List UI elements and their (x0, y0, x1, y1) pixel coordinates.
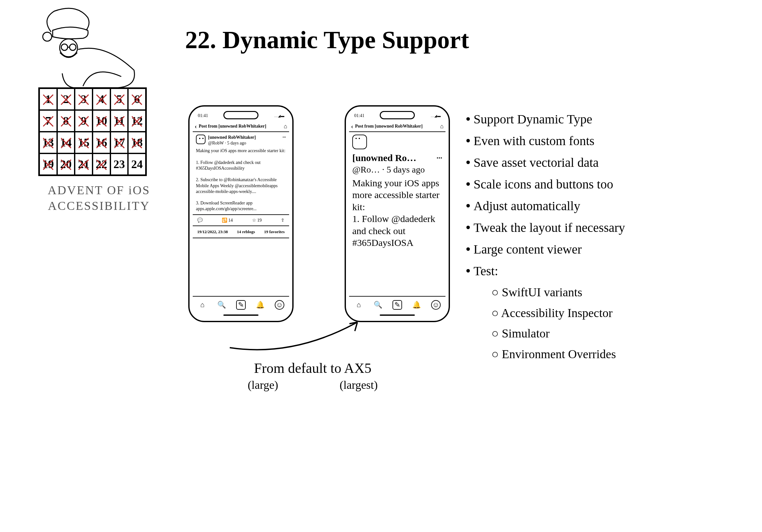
nav-bar: ‹ Post from [unowned RobWhitaker] ⌂ (193, 121, 289, 132)
favorite-action[interactable]: ☆ 19 (252, 218, 262, 223)
post-card: [unowned RobWhitaker] @RobW · 5 days ago… (193, 132, 289, 214)
advent-caption: ADVENT OF iOS ACCESSIBILITY (38, 182, 160, 214)
search-tab-icon[interactable]: 🔍 (217, 300, 227, 310)
tab-bar: ⌂ 🔍 ✎ 🔔 ☺ (193, 296, 289, 313)
phones-comparison: 01:41 … ◢ ▬ ‹ Post from [unowned RobWhit… (188, 105, 450, 322)
reply-icon[interactable]: 💬 (197, 218, 203, 223)
bullet-subitem: SwiftUI variants (492, 282, 625, 303)
phone-default-size: 01:41 … ◢ ▬ ‹ Post from [unowned RobWhit… (188, 105, 294, 322)
post-actions-row: 💬 🔁 14 ☆ 19 ⇪ (193, 214, 289, 226)
calendar-day-15: 15 (75, 132, 93, 154)
advent-calendar: 123456789101112131415161718192021222324 (38, 87, 147, 176)
bullet-item: Large content viewer (466, 238, 625, 260)
calendar-day-3: 3 (75, 88, 93, 110)
post-user-name: [unowned RobWhitaker] (208, 135, 280, 140)
calendar-day-9: 9 (75, 110, 93, 132)
more-icon[interactable]: ··· (283, 135, 286, 140)
calendar-day-13: 13 (39, 132, 57, 154)
profile-tab-icon[interactable]: ☺ (275, 300, 284, 310)
search-tab-icon[interactable]: 🔍 (373, 300, 383, 310)
compose-tab-icon[interactable]: ✎ (236, 300, 246, 310)
arrow-sub-row: (large) (largest) (217, 378, 409, 392)
phone-ax5-size: 01:41 … ◢ ▬ ‹ Post from [unowned RobWhit… (344, 105, 450, 322)
calendar-day-1: 1 (39, 88, 57, 110)
home-tab-icon[interactable]: ⌂ (354, 300, 363, 310)
back-icon[interactable]: ‹ (351, 123, 353, 130)
post-body: Making your iOS apps more accessible sta… (196, 148, 286, 212)
arrow-sub-right: (largest) (340, 378, 377, 392)
bullet-item: Test: (466, 260, 625, 282)
nav-home-icon[interactable]: ⌂ (284, 123, 287, 130)
bullet-item: Adjust automatically (466, 195, 625, 217)
nav-title: Post from [unowned RobWhitaker] (355, 124, 438, 129)
nav-bar: ‹ Post from [unowned RobWhitaker] ⌂ (349, 121, 445, 132)
status-signal-icons: … ◢ ▬ (274, 114, 284, 118)
calendar-day-11: 11 (111, 110, 128, 132)
calendar-day-10: 10 (93, 110, 111, 132)
advent-caption-line1: ADVENT OF iOS (38, 182, 160, 198)
arrow-sub-left: (large) (248, 378, 278, 392)
tab-bar: ⌂ 🔍 ✎ 🔔 ☺ (349, 296, 445, 313)
post-body: Making your iOS apps more accessible sta… (352, 177, 442, 249)
more-icon[interactable]: ··· (436, 153, 442, 163)
post-card: [unowned Ro… ··· @Ro… · 5 days ago Makin… (349, 132, 445, 251)
post-user-handle: @RobW · 5 days ago (208, 140, 280, 146)
svg-point-3 (70, 44, 76, 50)
phone-notch (223, 111, 259, 119)
bullet-item: Scale icons and buttons too (466, 173, 625, 195)
advent-logo-block: 123456789101112131415161718192021222324 … (38, 6, 160, 214)
calendar-day-19: 19 (39, 154, 57, 175)
avatar[interactable] (196, 135, 205, 144)
calendar-day-8: 8 (57, 110, 75, 132)
calendar-day-18: 18 (128, 132, 146, 154)
notes-bullet-list: Support Dynamic TypeEven with custom fon… (466, 108, 625, 364)
phone-notch (380, 111, 415, 119)
svg-point-1 (60, 39, 78, 57)
home-tab-icon[interactable]: ⌂ (197, 300, 207, 310)
bullet-item: Save asset vectorial data (466, 152, 625, 173)
bullet-item: Support Dynamic Type (466, 108, 625, 130)
post-user-handle: @Ro… · 5 days ago (352, 164, 442, 175)
calendar-day-17: 17 (111, 132, 128, 154)
post-header: [unowned RobWhitaker] @RobW · 5 days ago… (196, 135, 286, 146)
avatar[interactable] (352, 135, 367, 149)
notifications-tab-icon[interactable]: 🔔 (412, 300, 421, 310)
calendar-day-4: 4 (93, 88, 111, 110)
status-time: 01:41 (198, 113, 208, 118)
status-time: 01:41 (354, 113, 364, 118)
svg-point-0 (43, 32, 52, 41)
calendar-day-22: 22 (93, 154, 111, 175)
bullet-item: Tweak the layout if necessary (466, 217, 625, 238)
profile-tab-icon[interactable]: ☺ (431, 300, 441, 310)
share-icon[interactable]: ⇪ (281, 218, 285, 223)
post-meta-row: 19/12/2022, 23:38 14 reblogs 19 favorite… (193, 226, 289, 238)
advent-caption-line2: ACCESSIBILITY (38, 198, 160, 214)
bullet-subitem: Environment Overrides (492, 344, 625, 365)
arrow-icon (217, 316, 377, 354)
santa-illustration (38, 6, 144, 89)
calendar-day-7: 7 (39, 110, 57, 132)
post-timestamp: 19/12/2022, 23:38 (197, 229, 228, 234)
calendar-day-12: 12 (128, 110, 146, 132)
calendar-day-14: 14 (57, 132, 75, 154)
back-icon[interactable]: ‹ (194, 123, 197, 130)
post-user-name: [unowned Ro… ··· (352, 152, 442, 164)
reblog-count: 14 reblogs (237, 229, 255, 234)
bullet-subitem: Simulator (492, 323, 625, 344)
calendar-day-6: 6 (128, 88, 146, 110)
calendar-day-24: 24 (128, 154, 146, 175)
svg-point-2 (61, 44, 68, 50)
compose-tab-icon[interactable]: ✎ (393, 300, 402, 310)
calendar-day-16: 16 (93, 132, 111, 154)
transition-arrow-block: From default to AX5 (large) (largest) (217, 316, 409, 392)
page-title: 22. Dynamic Type Support (185, 26, 469, 54)
calendar-day-20: 20 (57, 154, 75, 175)
status-signal-icons: … ◢ ▬ (431, 114, 441, 118)
nav-home-icon[interactable]: ⌂ (440, 123, 443, 130)
notifications-tab-icon[interactable]: 🔔 (255, 300, 265, 310)
calendar-day-21: 21 (75, 154, 93, 175)
arrow-caption: From default to AX5 (217, 359, 409, 378)
reblog-action[interactable]: 🔁 14 (222, 218, 233, 223)
calendar-day-5: 5 (111, 88, 128, 110)
calendar-day-2: 2 (57, 88, 75, 110)
